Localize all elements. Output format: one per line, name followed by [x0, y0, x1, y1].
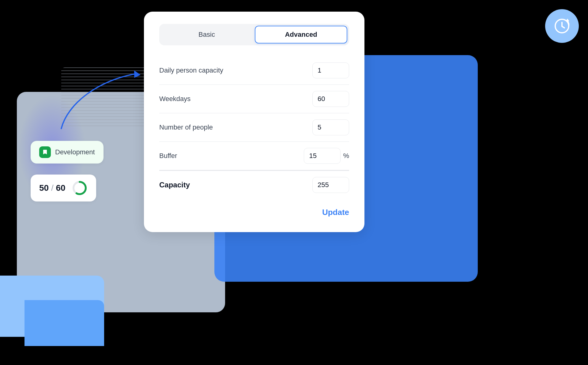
- step-block-2: [24, 300, 104, 346]
- input-capacity[interactable]: [312, 177, 349, 193]
- update-button[interactable]: Update: [322, 205, 349, 220]
- donut-chart: [72, 180, 88, 196]
- row-daily-person-capacity: Daily person capacity: [159, 56, 349, 85]
- tab-switcher: Basic Advanced: [159, 24, 349, 45]
- dev-label: Development: [55, 148, 95, 156]
- input-weekdays[interactable]: [312, 91, 349, 107]
- stats-current: 50: [39, 183, 49, 193]
- row-number-of-people: Number of people: [159, 113, 349, 142]
- label-weekdays: Weekdays: [159, 95, 190, 103]
- input-buffer[interactable]: [304, 148, 341, 164]
- arrow-svg: [43, 55, 147, 135]
- row-capacity: Capacity: [159, 171, 349, 199]
- main-card: Basic Advanced Daily person capacity Wee…: [144, 12, 364, 232]
- label-daily-person-capacity: Daily person capacity: [159, 66, 223, 74]
- row-buffer: Buffer %: [159, 142, 349, 170]
- row-weekdays: Weekdays: [159, 85, 349, 113]
- label-capacity: Capacity: [159, 181, 190, 189]
- input-number-of-people[interactable]: [312, 119, 349, 135]
- bookmark-icon: [39, 146, 51, 158]
- input-group-number-of-people: [312, 119, 349, 135]
- input-group-capacity: [312, 177, 349, 193]
- input-group-weekdays: [312, 91, 349, 107]
- tab-advanced[interactable]: Advanced: [255, 26, 347, 43]
- input-group-buffer: %: [304, 148, 349, 164]
- dev-card: Development: [31, 141, 104, 164]
- label-number-of-people: Number of people: [159, 123, 213, 131]
- tab-basic[interactable]: Basic: [161, 26, 252, 43]
- stats-total: 60: [56, 183, 66, 193]
- percent-unit: %: [343, 152, 349, 160]
- label-buffer: Buffer: [159, 152, 177, 160]
- input-group-daily-person-capacity: [312, 62, 349, 78]
- input-daily-person-capacity[interactable]: [312, 62, 349, 78]
- stats-numbers: 50 / 60: [39, 183, 66, 193]
- clock-badge: [545, 9, 579, 43]
- stats-card: 50 / 60: [31, 175, 96, 201]
- svg-marker-4: [566, 19, 569, 21]
- clock-refresh-icon: [552, 16, 572, 36]
